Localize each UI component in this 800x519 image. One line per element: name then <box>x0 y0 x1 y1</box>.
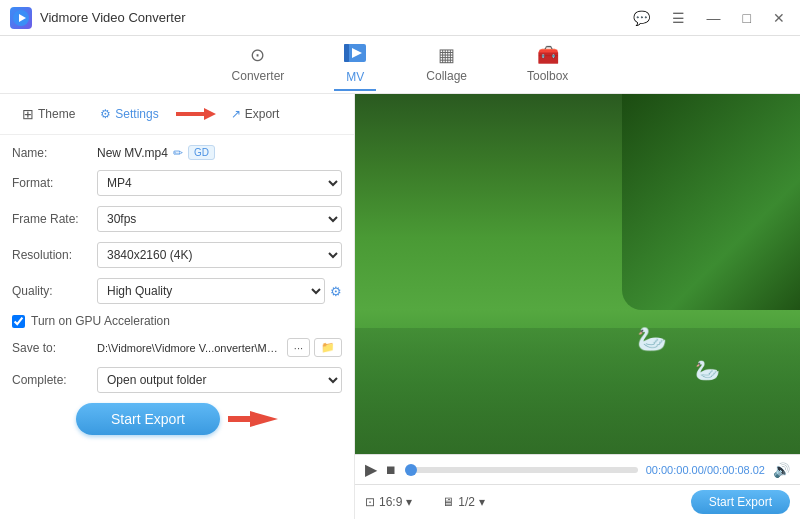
saveto-value: D:\Vidmore\Vidmore V...onverter\MV Expor… <box>97 342 282 354</box>
quality-row: Quality: Low QualityMedium QualityHigh Q… <box>12 278 342 304</box>
volume-icon[interactable]: 🔊 <box>773 462 790 478</box>
maximize-button[interactable]: □ <box>738 8 756 28</box>
mv-icon <box>344 44 366 67</box>
time-total: 00:00:08.02 <box>707 464 765 476</box>
nav-tabs: ⊙ Converter MV ▦ Collage 🧰 Toolbox <box>0 36 800 94</box>
resolution-value: 1920x1080 (1080p)2560x1440 (2K)3840x2160… <box>97 242 342 268</box>
stop-button[interactable]: ⏹ <box>385 463 397 477</box>
quality-gear-icon[interactable]: ⚙ <box>330 284 342 299</box>
app-title: Vidmore Video Converter <box>40 10 186 25</box>
ratio-select[interactable]: ⊡ 16:9 ▾ <box>365 495 412 509</box>
left-panel: ⊞ Theme ⚙ Settings ↗ Export Name: New <box>0 94 355 519</box>
svg-rect-4 <box>344 44 349 62</box>
framerate-row: Frame Rate: 24fps25fps30fps60fps <box>12 206 342 232</box>
close-button[interactable]: ✕ <box>768 8 790 28</box>
name-label: Name: <box>12 146 97 160</box>
start-export-right-button[interactable]: Start Export <box>691 490 790 514</box>
right-panel: 🦢 🦢 ▶ ⏹ 00:00:00.00/00:00:08.02 🔊 ⊡ <box>355 94 800 519</box>
video-bottom-bar: ⊡ 16:9 ▾ 🖥 1/2 ▾ Start Export <box>355 484 800 519</box>
name-value-container: New MV.mp4 ✏ GD <box>97 145 342 160</box>
framerate-label: Frame Rate: <box>12 212 97 226</box>
minimize-button[interactable]: — <box>702 8 726 28</box>
format-row: Format: MP4MOVAVIMKV <box>12 170 342 196</box>
saveto-label: Save to: <box>12 341 97 355</box>
resolution-row: Resolution: 1920x1080 (1080p)2560x1440 (… <box>12 242 342 268</box>
export-icon: ↗ <box>231 107 241 121</box>
chat-button[interactable]: 💬 <box>628 8 655 28</box>
tab-toolbox-label: Toolbox <box>527 69 568 83</box>
framerate-value: 24fps25fps30fps60fps <box>97 206 342 232</box>
scale-icon: 🖥 <box>442 495 454 509</box>
toolbox-icon: 🧰 <box>537 44 559 66</box>
gpu-label: Turn on GPU Acceleration <box>31 314 170 328</box>
name-row: Name: New MV.mp4 ✏ GD <box>12 145 342 160</box>
start-export-wrap: Start Export <box>12 403 342 435</box>
gpu-row: Turn on GPU Acceleration <box>12 314 342 328</box>
tab-converter[interactable]: ⊙ Converter <box>222 39 295 90</box>
title-bar-right: 💬 ☰ — □ ✕ <box>628 8 790 28</box>
video-area: 🦢 🦢 <box>355 94 800 454</box>
progress-dot <box>405 464 417 476</box>
gpu-checkbox[interactable] <box>12 315 25 328</box>
converter-icon: ⊙ <box>250 44 265 66</box>
sub-tabs: ⊞ Theme ⚙ Settings ↗ Export <box>0 94 354 135</box>
menu-button[interactable]: ☰ <box>667 8 690 28</box>
settings-icon: ⚙ <box>100 107 111 121</box>
aspect-ratio-icon: ⊡ <box>365 495 375 509</box>
title-bar-left: Vidmore Video Converter <box>10 7 186 29</box>
tab-mv-label: MV <box>346 70 364 84</box>
export-label: Export <box>245 107 280 121</box>
theme-label: Theme <box>38 107 75 121</box>
tab-mv[interactable]: MV <box>334 39 376 91</box>
ratio-value: 16:9 <box>379 495 402 509</box>
main-content: ⊞ Theme ⚙ Settings ↗ Export Name: New <box>0 94 800 519</box>
settings-tab[interactable]: ⚙ Settings <box>90 103 168 125</box>
tab-converter-label: Converter <box>232 69 285 83</box>
collage-icon: ▦ <box>438 44 455 66</box>
saveto-btns: ··· 📁 <box>287 338 342 357</box>
tab-toolbox[interactable]: 🧰 Toolbox <box>517 39 578 90</box>
time-display: 00:00:00.00/00:00:08.02 <box>646 464 765 476</box>
video-thumbnail: 🦢 🦢 <box>355 94 800 454</box>
settings-label: Settings <box>115 107 158 121</box>
export-arrow-annotation <box>228 407 278 431</box>
tab-collage-label: Collage <box>426 69 467 83</box>
edit-icon[interactable]: ✏ <box>173 146 183 160</box>
ratio-chevron: ▾ <box>406 495 412 509</box>
format-label: Format: <box>12 176 97 190</box>
start-export-left-button[interactable]: Start Export <box>76 403 220 435</box>
export-tab[interactable]: ↗ Export <box>221 103 290 125</box>
format-select[interactable]: MP4MOVAVIMKV <box>97 170 342 196</box>
progress-bar[interactable] <box>405 467 638 473</box>
svg-marker-6 <box>228 411 278 427</box>
quality-select[interactable]: Low QualityMedium QualityHigh Quality <box>97 278 325 304</box>
saveto-dots-button[interactable]: ··· <box>287 338 310 357</box>
tab-collage[interactable]: ▦ Collage <box>416 39 477 90</box>
quality-value: Low QualityMedium QualityHigh Quality ⚙ <box>97 278 342 304</box>
arrow-annotation <box>176 104 216 124</box>
video-controls: ▶ ⏹ 00:00:00.00/00:00:08.02 🔊 <box>355 454 800 484</box>
svg-marker-5 <box>176 108 216 120</box>
title-bar: Vidmore Video Converter 💬 ☰ — □ ✕ <box>0 0 800 36</box>
app-icon <box>10 7 32 29</box>
framerate-select[interactable]: 24fps25fps30fps60fps <box>97 206 342 232</box>
play-button[interactable]: ▶ <box>365 460 377 479</box>
complete-value: Open output folderDo nothing <box>97 367 342 393</box>
complete-label: Complete: <box>12 373 97 387</box>
theme-tab[interactable]: ⊞ Theme <box>12 102 85 126</box>
id-badge: GD <box>188 145 215 160</box>
scale-value: 1/2 <box>458 495 475 509</box>
scale-chevron: ▾ <box>479 495 485 509</box>
format-value: MP4MOVAVIMKV <box>97 170 342 196</box>
settings-form: Name: New MV.mp4 ✏ GD Format: MP4MOVAVIM… <box>0 135 354 519</box>
complete-select[interactable]: Open output folderDo nothing <box>97 367 342 393</box>
complete-row: Complete: Open output folderDo nothing <box>12 367 342 393</box>
scale-select[interactable]: 🖥 1/2 ▾ <box>442 495 485 509</box>
name-text: New MV.mp4 <box>97 146 168 160</box>
saveto-folder-button[interactable]: 📁 <box>314 338 342 357</box>
saveto-row: Save to: D:\Vidmore\Vidmore V...onverter… <box>12 338 342 357</box>
time-current: 00:00:00.00 <box>646 464 704 476</box>
resolution-select[interactable]: 1920x1080 (1080p)2560x1440 (2K)3840x2160… <box>97 242 342 268</box>
theme-icon: ⊞ <box>22 106 34 122</box>
quality-label: Quality: <box>12 284 97 298</box>
